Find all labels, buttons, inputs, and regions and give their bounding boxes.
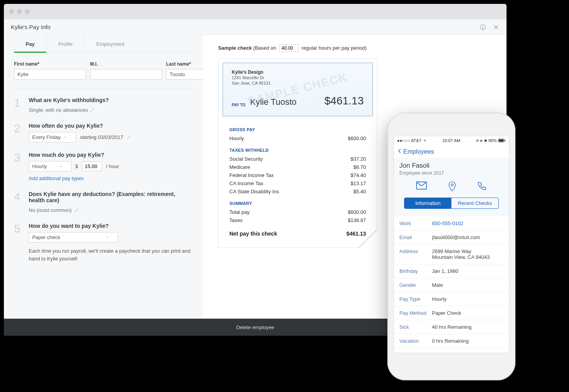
- status-bar: ●●○○○ AT&T 10:07 AM ⟳ ➤ ✱ 90%: [394, 136, 509, 145]
- info-row: Sick40 hrs Remaining: [394, 320, 509, 334]
- hours-input[interactable]: [279, 44, 298, 52]
- step-number: 5: [14, 223, 23, 262]
- info-key: Birthday: [399, 268, 432, 274]
- chevron-left-icon: [397, 147, 402, 156]
- info-value: Male: [432, 282, 443, 288]
- info-value: jfasoli000@intuit.com: [432, 234, 480, 240]
- line-item: Federal Income Tax$74.40: [229, 171, 366, 179]
- info-key: Pay Method: [399, 310, 432, 316]
- info-row: Address2698 Marine Way Mountain View, CA…: [394, 245, 509, 264]
- tab-profile[interactable]: Profile: [47, 35, 85, 52]
- pencil-icon[interactable]: [74, 208, 79, 213]
- carrier-label: ●●○○○ AT&T: [397, 138, 427, 143]
- line-item: Taxes$138.87: [229, 216, 366, 224]
- window-close-icon[interactable]: [9, 9, 14, 14]
- line-value: $8.70: [353, 164, 366, 170]
- name-fields: First name* M.I. Last name*: [14, 61, 193, 88]
- info-row: Work650-555-0102: [394, 217, 509, 231]
- left-panel: Pay Profile Employment First name* M.I. …: [4, 35, 203, 319]
- info-key: Work: [399, 220, 432, 226]
- taxes-section-title: TAXES WITHHELD: [229, 148, 366, 153]
- page-title: Kylie's Pay Info: [11, 24, 50, 30]
- svg-point-6: [451, 184, 453, 186]
- chevron-down-icon: [106, 234, 109, 240]
- step-number: 1: [14, 97, 23, 113]
- line-label: CA State Disability Ins: [229, 189, 279, 194]
- step-number: 4: [14, 191, 23, 213]
- mi-label: M.I.: [90, 61, 162, 67]
- info-key: Vacation: [399, 338, 432, 344]
- phone-screen: ●●○○○ AT&T 10:07 AM ⟳ ➤ ✱ 90% Employees …: [394, 136, 509, 353]
- info-key: Sick: [399, 324, 432, 330]
- info-key: Address: [399, 248, 432, 260]
- line-item: CA Income Tax$13.17: [229, 179, 366, 187]
- check-body: GROSS PAY Hourly$600.00 TAXES WITHHELD S…: [222, 116, 373, 248]
- last-name-input[interactable]: [166, 69, 203, 80]
- info-value: Hourly: [432, 296, 447, 302]
- page-header: Kylie's Pay Info: [4, 19, 507, 35]
- seg-information[interactable]: Information: [404, 198, 451, 208]
- line-item: Medicare$8.70: [229, 163, 366, 171]
- line-value: $138.87: [348, 217, 366, 223]
- info-value: 0 hrs Remaining: [432, 338, 469, 344]
- employee-name: Jon Fasoli: [399, 162, 503, 170]
- info-value: 40 hrs Remaining: [432, 324, 472, 330]
- window-minimize-icon[interactable]: [17, 9, 22, 14]
- seg-recent-checks[interactable]: Recent Checks: [451, 198, 498, 208]
- per-hour-label: / hour: [106, 163, 119, 169]
- svg-point-1: [482, 28, 483, 29]
- starting-date-label: starting 03/03/2017: [80, 134, 123, 140]
- sample-check: SAMPLE CHECK Kylie's Design 1281 Marcell…: [218, 58, 377, 248]
- line-label: Total pay: [229, 209, 250, 215]
- line-value: $5.40: [353, 189, 366, 194]
- info-key: Pay Type: [399, 296, 432, 302]
- info-value: Paper Check: [432, 310, 461, 316]
- mi-input[interactable]: [90, 69, 162, 80]
- tabs: Pay Profile Employment: [14, 35, 193, 53]
- back-button[interactable]: Employees: [394, 145, 509, 159]
- pay-rate-input[interactable]: [82, 161, 102, 171]
- tab-employment[interactable]: Employment: [85, 35, 136, 52]
- sample-check-label: Sample check (Based on regular hours per…: [218, 44, 491, 52]
- pay-frequency-select[interactable]: Every Friday: [29, 132, 76, 142]
- delete-employee-button[interactable]: Delete employee: [236, 324, 274, 330]
- info-row: Emailjfasoli000@intuit.com: [394, 231, 509, 245]
- segmented-control: Information Recent Checks: [404, 198, 499, 209]
- info-key: Email: [399, 234, 432, 240]
- info-row: Vacation0 hrs Remaining: [394, 334, 509, 348]
- step-frequency: 2 How often do you pay Kylie? Every Frid…: [14, 123, 193, 142]
- clock-label: 10:07 AM: [442, 138, 460, 143]
- tab-pay[interactable]: Pay: [14, 35, 47, 52]
- pencil-icon[interactable]: [127, 135, 132, 140]
- page-curl-icon: [359, 229, 377, 248]
- step-question: How often do you pay Kylie?: [29, 123, 193, 129]
- svg-rect-3: [499, 139, 504, 142]
- pay-method-select[interactable]: Paper check: [29, 232, 118, 243]
- info-row: GenderMale: [394, 278, 509, 292]
- help-icon[interactable]: [479, 24, 486, 31]
- step-question: How do you want to pay Kylie?: [29, 223, 193, 229]
- step-question: How much do you pay Kylie?: [29, 152, 193, 158]
- first-name-label: First name*: [14, 61, 86, 67]
- pencil-icon[interactable]: [90, 108, 95, 113]
- gross-section-title: GROSS PAY: [229, 127, 366, 132]
- location-icon[interactable]: [448, 181, 456, 193]
- currency-label: $: [75, 163, 78, 169]
- first-name-input[interactable]: [14, 69, 86, 80]
- net-pay-label: Net pay this check: [229, 231, 277, 237]
- line-label: Hourly: [229, 135, 244, 141]
- mail-icon[interactable]: [416, 181, 427, 193]
- pay-type-select[interactable]: Hourly: [29, 161, 71, 172]
- info-value: Jan 1, 1980: [432, 268, 458, 274]
- employee-subtitle: Employee since 2017: [399, 170, 503, 176]
- last-name-label: Last name*: [166, 61, 203, 67]
- withholdings-value: Single, with no allowances: [29, 107, 88, 113]
- phone-icon[interactable]: [477, 181, 487, 193]
- info-value[interactable]: 650-555-0102: [432, 220, 463, 226]
- info-list: Work650-555-0102Emailjfasoli000@intuit.c…: [394, 217, 509, 353]
- window-zoom-icon[interactable]: [25, 9, 29, 14]
- info-key: Gender: [399, 282, 432, 288]
- step-number: 3: [14, 152, 23, 182]
- add-pay-types-link[interactable]: Add additional pay types: [29, 175, 84, 181]
- close-icon[interactable]: [493, 24, 500, 31]
